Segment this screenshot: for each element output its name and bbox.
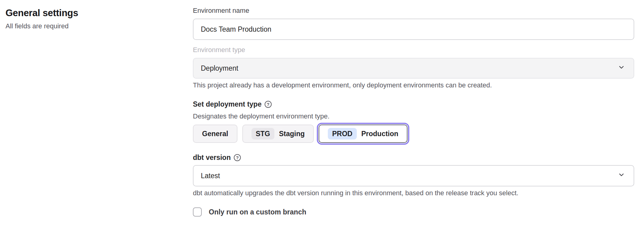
dbt-version-label: dbt version (193, 154, 231, 162)
environment-type-field: Environment type Deployment This project… (193, 46, 634, 89)
custom-branch-label[interactable]: Only run on a custom branch (209, 208, 306, 216)
environment-settings-form: Environment name Environment type Deploy… (193, 0, 634, 217)
environment-name-field: Environment name (193, 7, 634, 40)
dbt-version-helper: dbt automatically upgrades the dbt versi… (193, 189, 634, 197)
deployment-type-option-staging[interactable]: STG Staging (242, 125, 314, 143)
dbt-version-heading-row: dbt version ? (193, 154, 634, 162)
environment-type-value: Deployment (201, 64, 238, 72)
environment-type-select: Deployment (193, 58, 634, 79)
custom-branch-checkbox[interactable] (193, 207, 202, 217)
option-label: Production (361, 130, 398, 138)
environment-type-label: Environment type (193, 46, 634, 54)
environment-type-helper: This project already has a development e… (193, 81, 634, 89)
help-icon[interactable]: ? (265, 101, 272, 108)
dbt-version-value: Latest (201, 172, 220, 180)
deployment-type-option-general[interactable]: General (193, 125, 237, 143)
environment-name-input[interactable] (193, 19, 634, 40)
deployment-type-section: Set deployment type ? Designates the dep… (193, 100, 634, 143)
option-label: Staging (279, 130, 305, 138)
staging-badge: STG (251, 128, 274, 139)
option-label: General (202, 130, 228, 138)
dbt-version-select[interactable]: Latest (193, 165, 634, 186)
chevron-down-icon (618, 171, 625, 180)
custom-branch-row: Only run on a custom branch (193, 207, 634, 217)
deployment-type-description: Designates the deployment environment ty… (193, 112, 634, 120)
deployment-type-heading-row: Set deployment type ? (193, 100, 634, 108)
page-subtitle: All fields are required (5, 22, 193, 30)
deployment-type-option-production[interactable]: PROD Production (319, 125, 407, 143)
general-settings-page: General settings All fields are required… (0, 0, 644, 217)
chevron-down-icon (618, 64, 625, 73)
settings-intro-panel: General settings All fields are required (0, 0, 193, 217)
help-icon[interactable]: ? (234, 154, 241, 161)
page-title: General settings (5, 7, 193, 19)
dbt-version-field: dbt version ? Latest dbt automatically u… (193, 154, 634, 197)
deployment-type-heading: Set deployment type (193, 100, 262, 108)
deployment-type-options: General STG Staging PROD Production (193, 125, 634, 143)
environment-name-label: Environment name (193, 7, 634, 15)
production-badge: PROD (328, 128, 356, 139)
